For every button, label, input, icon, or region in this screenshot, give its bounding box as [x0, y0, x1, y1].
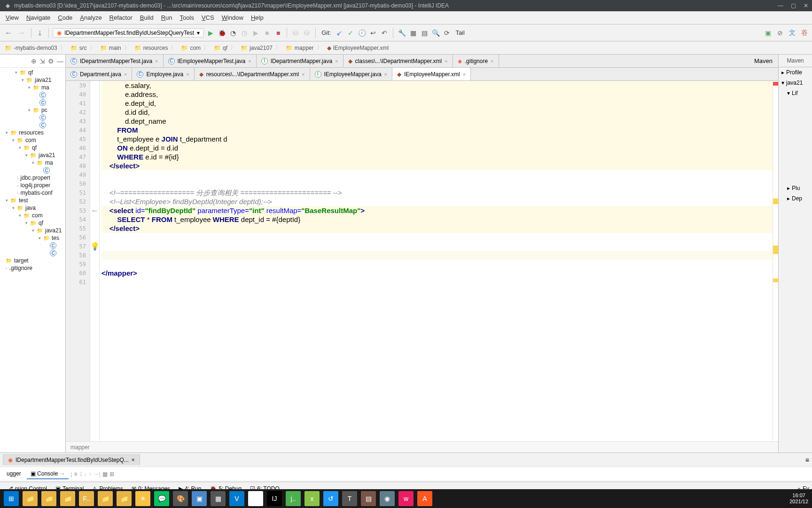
db-icon-2[interactable]: ⛁ [302, 28, 312, 38]
tree-item[interactable]: C [0, 91, 65, 99]
taskbar-clock[interactable]: 16:07 2021/12 [789, 492, 808, 505]
tree-item[interactable]: C [0, 249, 65, 257]
taskbar-app[interactable]: ↺ [323, 491, 338, 506]
presentation-icon[interactable]: ▣ [763, 28, 773, 38]
tail-label[interactable]: Tail [453, 29, 467, 36]
menu-help[interactable]: Help [247, 12, 267, 23]
git-history-icon[interactable]: 🕘 [357, 28, 367, 38]
tree-item[interactable]: 📁target [0, 257, 65, 264]
minimap[interactable] [773, 81, 778, 441]
tree-item[interactable]: ▫mybatis-conf [0, 189, 65, 197]
step-into-icon[interactable]: ↓ [84, 471, 87, 477]
taskbar-app[interactable]: ▤ [361, 491, 376, 506]
taskbar-app[interactable]: ▦ [211, 491, 226, 506]
menu-tools[interactable]: Tools [176, 12, 198, 23]
forward-button[interactable]: → [16, 27, 27, 39]
taskbar-folder[interactable]: 📁 [41, 491, 56, 506]
maven-header[interactable]: Maven [779, 55, 812, 67]
maven-item[interactable]: ▸Profile [779, 67, 812, 78]
editor-tab[interactable]: ◆ resources\...\IDepartmentMapper.xml × [195, 68, 310, 80]
no-highlight-icon[interactable]: ⊘ [775, 28, 785, 38]
tree-item[interactable]: ▫.gitignore [0, 264, 65, 272]
close-button[interactable]: ✕ [804, 2, 808, 9]
run-button[interactable]: ▶ [206, 28, 215, 38]
crumb[interactable]: 📁 java2107〉 [239, 43, 284, 53]
close-icon[interactable]: × [491, 58, 493, 64]
step-over-icon[interactable]: ⤵ [79, 471, 82, 477]
tree-item[interactable]: ▾📁java [0, 204, 65, 212]
close-icon[interactable]: × [124, 71, 127, 77]
taskbar-app[interactable]: ☀ [135, 491, 150, 506]
console-tab[interactable]: ▣ Console → [27, 469, 69, 479]
tree-item[interactable]: ▾📁qf [0, 144, 65, 151]
sync-icon[interactable]: ⟳ [442, 28, 452, 38]
maven-item[interactable]: ▸Dep [779, 193, 812, 204]
tree-item[interactable]: C [0, 167, 65, 174]
maven-item[interactable]: ▾Lif [779, 88, 812, 98]
tree-item[interactable]: ▾📁ma [0, 84, 65, 91]
tree-item[interactable]: C [0, 242, 65, 249]
taskbar-app[interactable]: T [342, 491, 357, 506]
tree-item[interactable]: ▾📁pc [0, 106, 65, 114]
frames-icon[interactable]: ≡ [74, 471, 78, 477]
search-icon[interactable]: 🔍 [431, 28, 440, 38]
taskbar-folder[interactable]: 📁 [117, 491, 132, 506]
close-icon[interactable]: × [384, 71, 387, 77]
editor-tab[interactable]: C IDepartmentMapperTest.java × [66, 55, 164, 67]
menu-window[interactable]: Window [218, 12, 247, 23]
db-icon[interactable]: ⛁ [291, 28, 300, 38]
tree-item[interactable]: C [0, 99, 65, 106]
close-icon[interactable]: × [186, 71, 189, 77]
stop-button-2[interactable]: ■ [273, 28, 283, 38]
tree-item[interactable]: ▾📁java21 [0, 227, 65, 234]
crumb[interactable]: 📁 mapper〉 [284, 43, 325, 53]
maven-item[interactable]: ▾java21 [779, 78, 812, 88]
crumb[interactable]: ◆ IEmployeeMapper.xml [325, 44, 391, 52]
menu-code[interactable]: Code [54, 12, 76, 23]
debug-tab[interactable]: ◉ IDepartmentMapperTest.findByIdUseStepQ… [3, 454, 140, 465]
tree-item[interactable]: ▾📁resources [0, 129, 65, 136]
tree-item[interactable]: ▾📁tes [0, 234, 65, 242]
editor-tab[interactable]: C Department.java × [66, 68, 132, 80]
run-to-cursor-icon[interactable]: →| [94, 471, 101, 477]
close-icon[interactable]: × [463, 71, 466, 77]
menu-view[interactable]: View [2, 12, 23, 23]
coverage-button[interactable]: ◔ [228, 28, 238, 38]
expand-icon[interactable]: ⇲ [39, 57, 45, 65]
tree-item[interactable]: ▫log4j.proper [0, 182, 65, 189]
taskbar-app[interactable]: 🎨 [173, 491, 188, 506]
code-content[interactable]: e.salary, e.address, e.dept_id, d.id did… [100, 81, 773, 441]
evaluate-icon[interactable]: ▦ [102, 471, 108, 477]
taskbar-vscode[interactable]: V [229, 491, 244, 506]
tree-item[interactable]: ▾📁com [0, 136, 65, 144]
tree-item[interactable]: ▾📁qf [0, 69, 65, 76]
crumb[interactable]: 📁 main〉 [98, 43, 133, 53]
taskbar-wechat[interactable]: 💬 [154, 491, 169, 506]
menu-build[interactable]: Build [136, 12, 157, 23]
editor-tab[interactable]: I IDepartmentMapper.java × [257, 55, 344, 67]
attach-button[interactable]: ▶ [251, 28, 260, 38]
editor-tab[interactable]: ◆ classes\...\IDepartmentMapper.xml × [344, 55, 453, 67]
git-update-icon[interactable]: ↙ [335, 28, 344, 38]
taskbar-app[interactable]: w [398, 491, 414, 506]
step-out-icon[interactable]: ↑ [89, 471, 92, 477]
stop-button[interactable]: ■ [262, 28, 272, 38]
tree-item[interactable]: C [0, 121, 65, 129]
menu-refactor[interactable]: Refactor [106, 12, 136, 23]
minimize-button[interactable]: — [778, 2, 783, 9]
git-revert-icon[interactable]: ↶ [380, 28, 389, 38]
close-icon[interactable]: × [335, 58, 338, 64]
back-button[interactable]: ← [3, 27, 14, 39]
breadcrumb-mapper[interactable]: mapper [70, 444, 90, 451]
tree-item[interactable]: ▫jdbc.propert [0, 174, 65, 182]
project-tree[interactable]: ▾📁qf▾📁java21▾📁maCC▾📁pcCC▾📁resources▾📁com… [0, 68, 65, 273]
crumb[interactable]: 📁 qf〉 [212, 43, 239, 53]
build-icon[interactable]: ⤓ [35, 28, 45, 38]
run-config-selector[interactable]: ◉ IDepartmentMapperTest.findByIdUseStepQ… [53, 28, 204, 38]
taskbar-folder[interactable]: 📁 [60, 491, 75, 506]
git-rollback-icon[interactable]: ↩ [368, 28, 378, 38]
close-icon[interactable]: × [302, 71, 304, 77]
close-icon[interactable]: × [248, 58, 251, 64]
settings-icon[interactable]: ⚙ [48, 57, 54, 65]
menu-run[interactable]: Run [157, 12, 176, 23]
